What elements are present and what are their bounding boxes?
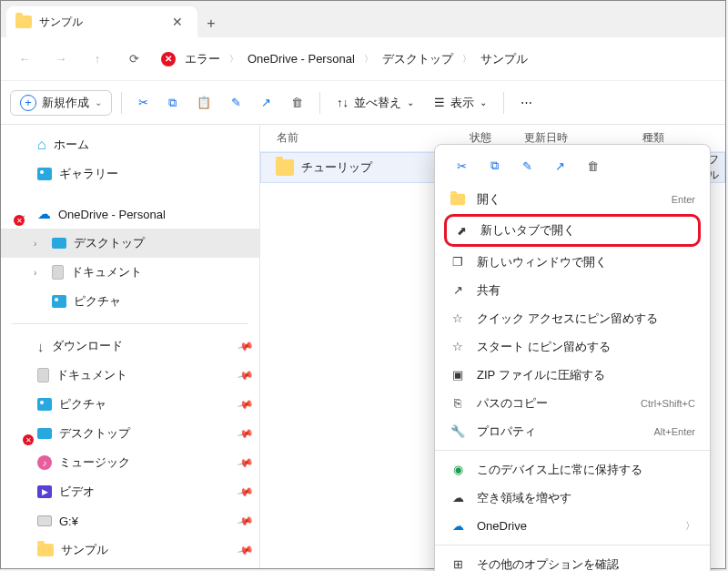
close-tab-icon[interactable]: ✕ [167, 13, 188, 31]
refresh-button[interactable]: ⟳ [117, 43, 150, 76]
share-button[interactable]: ↗ [254, 88, 278, 117]
chevron-icon: 〉 [462, 53, 471, 66]
desktop-icon [37, 428, 52, 439]
share-icon: ↗ [450, 283, 466, 297]
sidebar-pictures-quick[interactable]: ピクチャ📌 [1, 390, 259, 419]
sidebar-home[interactable]: ⌂ホーム [1, 130, 259, 159]
ctx-copy[interactable]: ⧉ [484, 156, 504, 176]
sidebar-sample[interactable]: サンプル📌 [1, 535, 259, 565]
sidebar-gallery[interactable]: ギャラリー [1, 159, 259, 189]
forward-button[interactable]: → [45, 43, 77, 76]
ctx-open-new-window[interactable]: ❐新しいウィンドウで開く [435, 248, 710, 276]
ctx-onedrive[interactable]: ☁OneDrive〉 [435, 512, 710, 540]
ctx-cut[interactable]: ✂ [451, 156, 471, 176]
sort-button[interactable]: ↑↓並べ替え⌄ [329, 88, 421, 117]
onedrive-icon: ☁ [450, 519, 466, 533]
new-button[interactable]: + 新規作成 ⌄ [10, 90, 112, 116]
cloud-free-icon: ☁ [450, 491, 466, 505]
zip-icon: ▣ [450, 368, 466, 382]
ctx-zip[interactable]: ▣ZIP ファイルに圧縮する [435, 361, 710, 389]
breadcrumb-item[interactable]: サンプル [475, 47, 533, 71]
delete-button[interactable]: 🗑 [284, 88, 310, 117]
sidebar-pictures[interactable]: ピクチャ [1, 287, 259, 316]
error-badge-icon: ✕ [23, 434, 34, 445]
toolbar: + 新規作成 ⌄ ✂ ⧉ 📋 ✎ ↗ 🗑 ↑↓並べ替え⌄ ☰表示⌄ ⋯ [1, 81, 725, 125]
music-icon: ♪ [37, 455, 52, 470]
desktop-icon [52, 238, 66, 249]
copy-icon: ⧉ [490, 158, 499, 173]
cloud-keep-icon: ◉ [450, 463, 466, 476]
sidebar-desktop-quick[interactable]: デスクトップ📌✕ [1, 419, 259, 448]
ctx-rename[interactable]: ✎ [517, 156, 537, 176]
rename-icon: ✎ [231, 96, 241, 109]
ctx-open[interactable]: 開くEnter [435, 185, 710, 213]
ctx-share[interactable]: ↗ [550, 156, 570, 176]
folder-icon [15, 15, 32, 28]
sidebar-drive-g[interactable]: G:¥📌 [1, 506, 259, 535]
sidebar-desktop[interactable]: ›デスクトップ [1, 229, 259, 258]
ctx-free-space[interactable]: ☁空き領域を増やす [435, 484, 710, 512]
cloud-icon: ☁ [37, 206, 51, 222]
new-window-icon: ❐ [450, 255, 466, 269]
disk-icon [37, 515, 52, 526]
copy-icon: ⧉ [168, 96, 177, 110]
new-tab-button[interactable]: + [197, 15, 225, 37]
ctx-properties[interactable]: 🔧プロパティAlt+Enter [435, 417, 710, 445]
ctx-delete[interactable]: 🗑 [582, 156, 602, 176]
sidebar-video[interactable]: ▶ビデオ📌 [1, 477, 259, 506]
sidebar-downloads[interactable]: ↓ダウンロード📌 [1, 331, 259, 361]
sidebar-music[interactable]: ♪ミュージック📌 [1, 448, 259, 477]
sidebar-item[interactable] [1, 565, 259, 568]
sidebar-documents[interactable]: ›ドキュメント [1, 258, 259, 287]
pin-icon: ☆ [450, 340, 466, 353]
more-icon: ⊞ [450, 557, 466, 571]
trash-icon: 🗑 [587, 159, 599, 173]
cut-button[interactable]: ✂ [131, 88, 156, 117]
wrench-icon: 🔧 [450, 424, 466, 438]
ctx-open-new-tab[interactable]: ⬈新しいタブで開く [448, 218, 697, 243]
pin-icon: 📌 [237, 512, 255, 530]
share-icon: ↗ [261, 96, 271, 109]
breadcrumb-item[interactable]: OneDrive - Personal [242, 48, 360, 69]
more-button[interactable]: ⋯ [513, 88, 540, 117]
pin-icon: 📌 [237, 395, 255, 413]
sidebar: ⌂ホーム ギャラリー ⌄☁OneDrive - Personal✕ ›デスクトッ… [1, 125, 260, 568]
rename-icon: ✎ [522, 159, 532, 173]
path-icon: ⎘ [450, 396, 466, 410]
nav-bar: ← → ↑ ⟳ ✕ エラー 〉 OneDrive - Personal 〉 デス… [1, 37, 725, 81]
up-button[interactable]: ↑ [81, 43, 114, 76]
folder-icon [37, 544, 54, 556]
share-icon: ↗ [555, 159, 565, 173]
view-button[interactable]: ☰表示⌄ [427, 88, 494, 117]
breadcrumb-item[interactable]: デスクトップ [377, 47, 459, 71]
document-icon [52, 265, 64, 280]
folder-icon [276, 159, 294, 176]
paste-icon: 📋 [197, 96, 211, 109]
ctx-pin-quick[interactable]: ☆クイック アクセスにピン留めする [435, 304, 710, 332]
folder-open-icon [450, 193, 466, 206]
breadcrumb: ✕ エラー 〉 OneDrive - Personal 〉 デスクトップ 〉 サ… [161, 47, 533, 71]
ctx-always-keep[interactable]: ◉このデバイス上に常に保持する [435, 455, 710, 484]
download-icon: ↓ [37, 339, 45, 354]
sort-icon: ↑↓ [337, 96, 349, 109]
ctx-copy-path[interactable]: ⎘パスのコピーCtrl+Shift+C [435, 389, 710, 417]
breadcrumb-item[interactable]: エラー [179, 47, 226, 71]
chevron-icon: 〉 [364, 53, 373, 66]
sidebar-onedrive[interactable]: ⌄☁OneDrive - Personal✕ [1, 199, 259, 229]
document-icon [37, 368, 49, 382]
pin-icon: 📌 [237, 483, 255, 501]
tab-title: サンプル [39, 15, 159, 30]
pin-icon: 📌 [237, 424, 255, 443]
gallery-icon [37, 168, 52, 180]
ctx-pin-start[interactable]: ☆スタート にピン留めする [435, 332, 710, 361]
rename-button[interactable]: ✎ [224, 88, 248, 117]
context-menu: ✂ ⧉ ✎ ↗ 🗑 開くEnter ⬈新しいタブで開く ❐新しいウィンドウで開く… [434, 144, 711, 571]
back-button[interactable]: ← [8, 43, 41, 76]
tab-bar: サンプル ✕ + [1, 1, 725, 37]
ctx-share-item[interactable]: ↗共有 [435, 276, 710, 304]
tab-active[interactable]: サンプル ✕ [6, 6, 197, 37]
sidebar-documents-quick[interactable]: ドキュメント📌 [1, 361, 259, 390]
ctx-more-options[interactable]: ⊞その他のオプションを確認 [435, 550, 710, 571]
paste-button[interactable]: 📋 [189, 88, 218, 117]
copy-button[interactable]: ⧉ [161, 88, 184, 117]
